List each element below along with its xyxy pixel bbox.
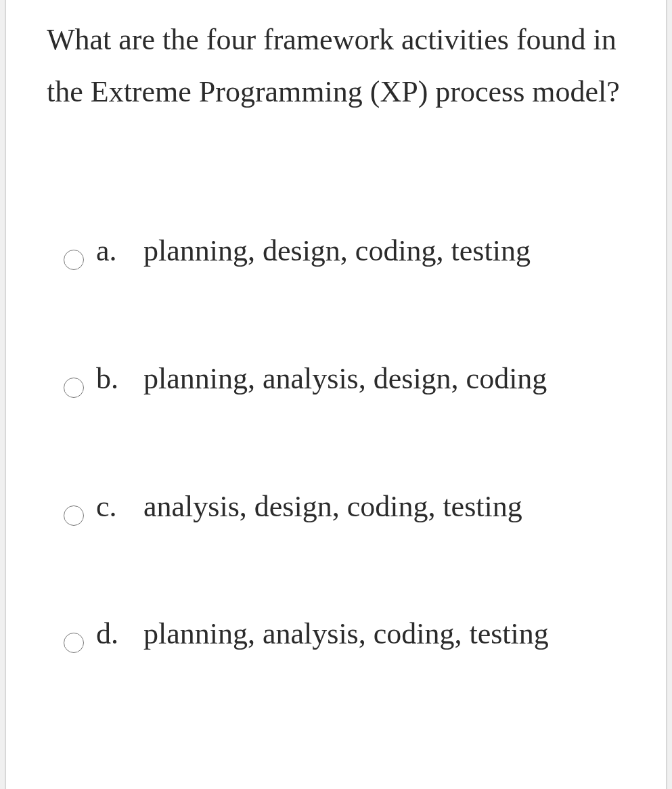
- radio-wrap: [64, 354, 84, 414]
- radio-a[interactable]: [64, 250, 84, 270]
- radio-wrap: [64, 226, 84, 286]
- option-letter: c.: [96, 482, 143, 533]
- option-letter: b.: [96, 354, 143, 405]
- option-c: c. analysis, design, coding, testing: [64, 482, 629, 542]
- option-letter: a.: [96, 226, 143, 277]
- option-text: planning, analysis, design, coding: [143, 354, 629, 405]
- option-a: a. planning, design, coding, testing: [64, 226, 629, 286]
- option-text: planning, design, coding, testing: [143, 226, 629, 277]
- question-card: What are the four framework activities f…: [5, 0, 667, 789]
- radio-b[interactable]: [64, 378, 84, 398]
- radio-wrap: [64, 482, 84, 542]
- option-b: b. planning, analysis, design, coding: [64, 354, 629, 414]
- question-text: What are the four framework activities f…: [47, 14, 629, 118]
- radio-d[interactable]: [64, 633, 84, 653]
- option-d: d. planning, analysis, coding, testing: [64, 609, 629, 669]
- option-letter: d.: [96, 609, 143, 660]
- option-text: planning, analysis, coding, testing: [143, 609, 629, 660]
- radio-wrap: [64, 609, 84, 669]
- options-list: a. planning, design, coding, testing b. …: [47, 226, 629, 669]
- option-text: analysis, design, coding, testing: [143, 482, 629, 533]
- radio-c[interactable]: [64, 505, 84, 526]
